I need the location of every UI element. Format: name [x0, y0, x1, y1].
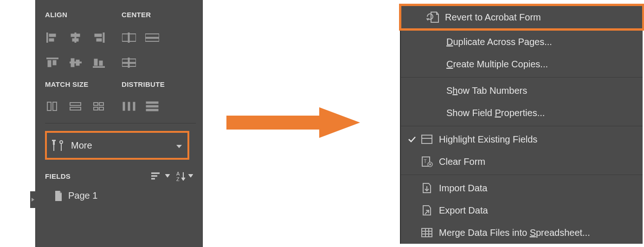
svg-rect-1	[46, 32, 48, 43]
svg-rect-34	[123, 102, 125, 110]
svg-text:Z: Z	[176, 176, 180, 181]
menu-separator	[401, 175, 643, 175]
svg-rect-28	[70, 103, 81, 105]
menu-item-revert[interactable]: Revert to Acrobat Form	[399, 4, 644, 31]
svg-rect-41	[52, 140, 56, 141]
clear-form-icon: T	[417, 156, 437, 167]
chevron-down-icon	[176, 140, 182, 151]
svg-rect-56	[422, 135, 432, 143]
menu-separator	[401, 77, 643, 78]
svg-rect-21	[94, 59, 97, 65]
export-icon	[417, 205, 437, 216]
match-width-icon[interactable]	[45, 99, 60, 114]
svg-marker-55	[426, 19, 429, 20]
menu-item-clear-form[interactable]: T Clear Form	[401, 150, 643, 173]
menu-item-label: Merge Data Files into Spreadsheet...	[437, 228, 590, 238]
svg-rect-30	[94, 103, 98, 105]
fields-page-label: Page 1	[68, 190, 97, 201]
menu-item-label: Highlight Existing Fields	[437, 134, 537, 145]
match-height-icon[interactable]	[68, 99, 83, 114]
menu-separator	[401, 126, 643, 126]
align-section-label: ALIGN	[45, 11, 67, 19]
fields-order-button[interactable]	[150, 171, 170, 181]
menu-item-highlight-fields[interactable]: Highlight Existing Fields	[401, 128, 643, 150]
svg-rect-37	[146, 102, 158, 104]
menu-item-show-field-properties[interactable]: Show Field Properties...	[401, 102, 643, 124]
distribute-horizontal-icon[interactable]	[122, 99, 136, 114]
svg-rect-20	[93, 66, 105, 68]
menu-item-create-copies[interactable]: Create Multiple Copies...	[401, 53, 643, 75]
svg-rect-9	[97, 39, 102, 41]
svg-rect-31	[99, 103, 103, 105]
center-horizontal-icon[interactable]	[122, 30, 136, 45]
svg-line-64	[425, 210, 429, 214]
svg-rect-6	[72, 39, 78, 41]
panel-expand-handle[interactable]	[30, 191, 36, 208]
svg-rect-19	[76, 60, 79, 65]
svg-text:T: T	[424, 158, 427, 164]
menu-item-label: Clear Form	[437, 156, 485, 167]
svg-rect-43	[61, 143, 62, 151]
menu-item-label: Duplicate Across Pages...	[417, 37, 552, 47]
svg-rect-35	[128, 102, 130, 110]
svg-rect-29	[70, 107, 81, 110]
svg-marker-0	[32, 198, 34, 202]
align-bottom-icon[interactable]	[91, 55, 106, 70]
fields-sort-button[interactable]: AZ	[176, 171, 193, 181]
more-button[interactable]: More	[45, 131, 189, 160]
distribute-vertical-icon[interactable]	[145, 99, 160, 114]
menu-item-merge-spreadsheet[interactable]: Merge Data Files into Spreadsheet...	[401, 221, 643, 244]
more-dropdown-menu: Revert to Acrobat Form Duplicate Across …	[400, 6, 643, 244]
align-center-horizontal-icon[interactable]	[68, 30, 83, 45]
svg-rect-32	[94, 107, 98, 110]
spreadsheet-icon	[417, 227, 437, 238]
svg-rect-26	[47, 102, 51, 110]
center-section-label: CENTER	[122, 11, 151, 19]
center-vertical-icon[interactable]	[145, 30, 160, 45]
svg-rect-3	[49, 39, 54, 41]
menu-item-export-data[interactable]: Export Data	[401, 199, 643, 221]
svg-rect-11	[128, 32, 129, 43]
menu-item-show-tab-numbers[interactable]: Show Tab Numbers	[401, 79, 643, 102]
menu-item-label: Show Field Properties...	[417, 108, 545, 118]
svg-rect-38	[146, 105, 158, 107]
svg-rect-7	[103, 32, 104, 43]
svg-text:A: A	[176, 171, 180, 176]
menu-item-import-data[interactable]: Import Data	[401, 177, 643, 199]
svg-rect-5	[71, 34, 80, 37]
align-left-icon[interactable]	[45, 30, 60, 45]
svg-marker-53	[188, 174, 193, 177]
svg-rect-18	[71, 58, 74, 67]
center-both-icon[interactable]	[122, 55, 136, 70]
align-right-icon[interactable]	[91, 30, 106, 45]
svg-marker-48	[165, 174, 170, 177]
svg-marker-44	[176, 145, 182, 148]
menu-item-label: Revert to Acrobat Form	[443, 12, 541, 23]
match-size-section-label: MATCH SIZE	[45, 80, 89, 88]
revert-icon	[423, 11, 443, 23]
svg-marker-52	[181, 178, 185, 181]
fields-page-item[interactable]: Page 1	[45, 190, 196, 201]
menu-item-duplicate[interactable]: Duplicate Across Pages...	[401, 31, 643, 53]
svg-rect-65	[422, 228, 432, 237]
check-icon	[407, 136, 417, 143]
svg-rect-8	[95, 34, 102, 37]
highlight-fields-icon	[417, 134, 437, 145]
menu-item-label: Export Data	[437, 205, 488, 216]
menu-item-label: Import Data	[437, 183, 487, 194]
svg-marker-54	[226, 107, 360, 138]
align-center-vertical-icon[interactable]	[68, 55, 83, 70]
svg-rect-2	[49, 34, 56, 37]
svg-rect-27	[53, 102, 57, 110]
svg-rect-15	[48, 60, 51, 67]
page-icon	[54, 191, 63, 201]
form-tools-panel: ALIGN CENTER	[35, 0, 203, 247]
panel-divider	[45, 123, 196, 124]
svg-rect-14	[46, 58, 58, 59]
menu-item-label: Show Tab Numbers	[417, 85, 527, 96]
distribute-section-label: DISTRIBUTE	[122, 80, 165, 88]
svg-rect-22	[99, 61, 103, 65]
align-top-icon[interactable]	[45, 55, 60, 70]
match-both-icon[interactable]	[91, 99, 106, 114]
import-icon	[417, 182, 437, 194]
